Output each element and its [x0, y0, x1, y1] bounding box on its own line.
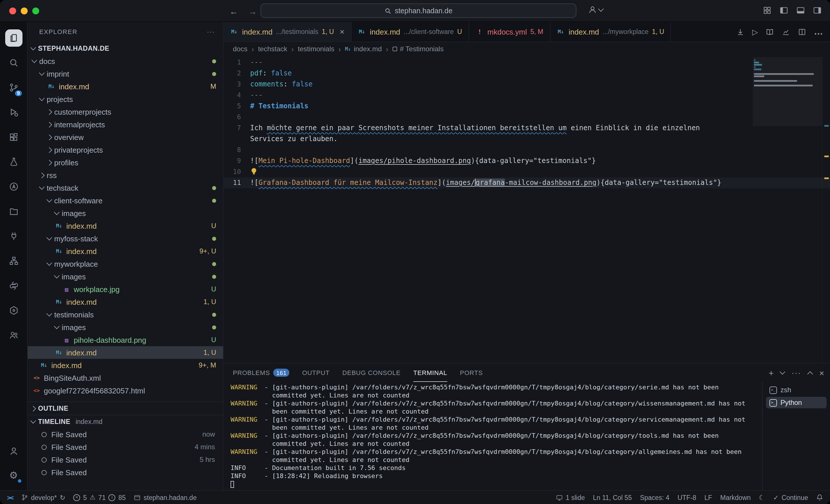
settings-button[interactable]: ⚙: [0, 463, 27, 488]
activity-infrastructure[interactable]: [0, 248, 27, 273]
timeline-item[interactable]: File Savednow: [28, 428, 223, 441]
split-editor-icon[interactable]: [798, 27, 806, 36]
tree-item-customerprojects[interactable]: customerprojects: [28, 105, 223, 118]
terminal-dropdown-icon[interactable]: [780, 369, 786, 375]
terminal-output[interactable]: WARNING-[git-authors-plugin] /var/folder…: [224, 382, 762, 490]
lightbulb-icon[interactable]: [250, 168, 258, 175]
tree-item-docs[interactable]: docs: [28, 55, 223, 67]
panel-more-icon[interactable]: [791, 368, 801, 377]
close-panel-icon[interactable]: [819, 368, 824, 377]
tree-item-index-md[interactable]: index.mdM: [28, 80, 223, 93]
encoding-status[interactable]: UTF-8: [677, 494, 696, 501]
zoom-window-button[interactable]: [32, 7, 39, 14]
breadcrumb-testimonials[interactable]: testimonials: [298, 45, 334, 53]
activity-explorer[interactable]: [0, 25, 27, 50]
indentation-status[interactable]: Spaces: 4: [640, 494, 669, 501]
accounts-button[interactable]: [0, 438, 27, 463]
run-button[interactable]: [752, 27, 758, 37]
tree-item-client-software[interactable]: client-software: [28, 194, 223, 207]
new-terminal-icon[interactable]: [769, 368, 774, 377]
export-icon[interactable]: [736, 27, 745, 36]
breadcrumb-index-md[interactable]: index.md: [345, 45, 382, 53]
open-preview-icon[interactable]: [765, 27, 774, 36]
breadcrumb--testimonials[interactable]: # Testimonials: [392, 45, 444, 53]
language-mode[interactable]: Markdown: [720, 494, 751, 501]
tree-item-pihole-dashboard-png[interactable]: pihole-dashboard.pngU: [28, 334, 223, 346]
activity-extensions[interactable]: [0, 125, 27, 149]
slides-indicator[interactable]: 1 slide: [555, 494, 585, 501]
activity-testing[interactable]: [0, 149, 27, 174]
git-branch-status[interactable]: develop*: [21, 493, 65, 501]
editor-tab-index-md-myworkplace[interactable]: index.md.../myworkplace1, U: [550, 22, 671, 41]
panel-tab-problems[interactable]: PROBLEMS161: [233, 364, 289, 382]
maximize-panel-icon[interactable]: [807, 371, 813, 377]
tree-item-testimonials[interactable]: testimonials: [28, 308, 223, 321]
editor-tab-index-md-client-software[interactable]: index.md.../client-softwareU: [351, 22, 469, 41]
activity-folder[interactable]: [0, 199, 27, 224]
close-tab-icon[interactable]: [340, 27, 344, 36]
tree-item-techstack[interactable]: techstack: [28, 181, 223, 194]
terminal-prompt[interactable]: [230, 480, 755, 488]
continue-status[interactable]: Continue: [773, 493, 808, 501]
tree-item-internalprojects[interactable]: internalprojects: [28, 118, 223, 131]
minimize-window-button[interactable]: [21, 7, 28, 14]
timeline-item[interactable]: File Saved: [28, 466, 223, 479]
tree-item-images[interactable]: images: [28, 321, 223, 334]
live-site-status[interactable]: stephan.hadan.de: [134, 494, 196, 501]
more-actions-icon[interactable]: [814, 27, 823, 37]
toggle-primary-sidebar-icon[interactable]: [779, 6, 789, 15]
editor[interactable]: 1---2pdf: false3comments: false4---5# Te…: [224, 56, 830, 363]
graph-icon[interactable]: [781, 27, 790, 36]
toggle-panel-icon[interactable]: [796, 6, 805, 15]
panel-tab-ports[interactable]: PORTS: [460, 364, 483, 382]
tree-item-images[interactable]: images: [28, 207, 223, 220]
minimap-slider[interactable]: [753, 57, 822, 126]
outline-section-header[interactable]: OUTLINE: [28, 401, 223, 415]
tree-item-imprint[interactable]: imprint: [28, 67, 223, 80]
customize-layout-icon[interactable]: [763, 6, 772, 15]
tree-item-projects[interactable]: projects: [28, 93, 223, 105]
tree-item-index-md[interactable]: index.md1, U: [28, 296, 223, 308]
editor-tab-mkdocs-yml-[interactable]: mkdocs.yml5, M: [469, 22, 550, 41]
panel-tab-output[interactable]: OUTPUT: [302, 364, 329, 382]
tree-item-overview[interactable]: overview: [28, 131, 223, 143]
tree-item-index-md[interactable]: index.md9+, U: [28, 245, 223, 258]
tree-item-myfoss-stack[interactable]: myfoss-stack: [28, 232, 223, 245]
activity-circle-a[interactable]: [0, 174, 27, 199]
terminal-session-zsh[interactable]: zsh: [766, 384, 827, 396]
tree-item-index-md[interactable]: index.md1, U: [28, 346, 223, 359]
tree-item-googlef727264f56832057-html[interactable]: googlef727264f56832057.html: [28, 384, 223, 397]
close-window-button[interactable]: [9, 7, 16, 14]
tree-item-profiles[interactable]: profiles: [28, 156, 223, 169]
breadcrumb-docs[interactable]: docs: [233, 45, 248, 53]
profile-menu[interactable]: [588, 5, 603, 14]
back-icon[interactable]: [229, 6, 238, 16]
activity-hexagon[interactable]: [0, 298, 27, 323]
explorer-more-actions-icon[interactable]: [207, 28, 215, 35]
tree-item-bingsiteauth-xml[interactable]: BingSiteAuth.xml: [28, 372, 223, 384]
timeline-item[interactable]: File Saved4 mins: [28, 441, 223, 453]
notifications-bell-icon[interactable]: [816, 494, 823, 501]
toggle-secondary-sidebar-icon[interactable]: [813, 6, 822, 15]
breadcrumb-techstack[interactable]: techstack: [258, 45, 287, 53]
tree-item-images[interactable]: images: [28, 270, 223, 283]
panel-tab-debug-console[interactable]: DEBUG CONSOLE: [342, 364, 401, 382]
activity-source-control[interactable]: 9: [0, 75, 27, 100]
minimap[interactable]: [753, 57, 822, 201]
eol-status[interactable]: LF: [704, 494, 712, 501]
tree-item-workplace-jpg[interactable]: workplace.jpgU: [28, 283, 223, 296]
forward-icon[interactable]: [248, 6, 257, 16]
tree-item-index-md[interactable]: index.mdU: [28, 220, 223, 232]
tree-item-myworkplace[interactable]: myworkplace: [28, 258, 223, 270]
tree-item-privateprojects[interactable]: privateprojects: [28, 143, 223, 156]
activity-people[interactable]: [0, 323, 27, 347]
remote-indicator[interactable]: [7, 494, 13, 501]
problems-summary[interactable]: × 5 71 i 85: [73, 494, 126, 501]
activity-search[interactable]: [0, 50, 27, 75]
tree-item-index-md[interactable]: index.md9+, M: [28, 359, 223, 372]
workspace-section-header[interactable]: STEPHAN.HADAN.DE: [28, 41, 223, 55]
activity-plug[interactable]: [0, 224, 27, 248]
tree-item-rss[interactable]: rss: [28, 169, 223, 181]
timeline-section-header[interactable]: TIMELINE index.md: [28, 415, 223, 428]
editor-tab-index-md-testimonials[interactable]: index.md.../testimonials1, U: [224, 22, 351, 41]
